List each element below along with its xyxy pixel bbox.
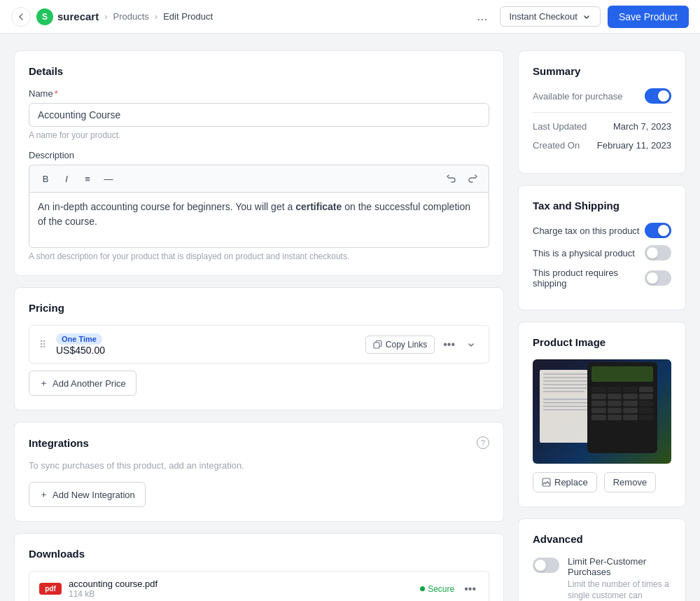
page-content: Details Name* A name for your product. D… [0,34,700,601]
pricing-card: Pricing ⠿ One Time US$450.00 Copy Links … [14,287,504,410]
name-field-group: Name* A name for your product. [29,88,489,140]
breadcrumb-products[interactable]: Products [113,11,149,22]
breadcrumb-sep-1: › [104,11,107,22]
replace-image-button[interactable]: Replace [533,472,597,492]
advanced-card: Advanced Limit Per-Customer Purchases Li… [518,518,686,602]
details-title: Details [29,65,489,77]
editor-toolbar: B I ≡ — [29,165,489,192]
price-type-badge: One Time [56,333,102,345]
physical-product-row: This is a physical product [533,245,671,261]
integrations-title: Integrations [29,437,89,449]
toolbar-right [442,170,482,188]
side-column: Summary Available for purchase Last Upda… [518,50,686,601]
downloads-title: Downloads [29,548,489,560]
integrations-empty-text: To sync purchases of this product, add a… [29,460,489,471]
available-label: Available for purchase [533,91,622,102]
pricing-title: Pricing [29,302,489,314]
file-name: accounting course.pdf [69,579,158,589]
available-purchase-row: Available for purchase [533,88,671,104]
add-price-button[interactable]: ＋ Add Another Price [29,371,136,396]
integrations-header: Integrations ? [29,436,489,449]
requires-shipping-toggle[interactable] [645,270,671,286]
secure-badge: Secure [420,584,454,594]
redo-button[interactable] [463,170,482,188]
save-product-button[interactable]: Save Product [608,6,689,28]
download-more-options-button[interactable]: ••• [461,580,479,598]
tax-shipping-card: Tax and Shipping Charge tax on this prod… [518,185,686,310]
charge-tax-row: Charge tax on this product [533,223,671,238]
price-more-options-button[interactable]: ••• [440,336,458,354]
last-updated-row: Last Updated March 7, 2023 [533,121,671,132]
breadcrumb-sep-2: › [155,11,158,22]
description-hint: A short description for your product tha… [29,251,489,261]
available-toggle[interactable] [645,88,671,104]
bold-button[interactable]: B [36,170,55,188]
logo-icon: S [36,8,53,25]
advanced-title: Advanced [533,533,671,545]
physical-product-toggle[interactable] [645,245,671,261]
price-info: One Time US$450.00 [56,333,105,356]
dash-button[interactable]: — [99,170,118,188]
charge-tax-label: Charge tax on this product [533,226,639,236]
svg-rect-0 [374,343,379,348]
integrations-card: Integrations ? To sync purchases of this… [14,422,504,522]
calculator-decoration [587,362,657,453]
top-navigation: S surecart › Products › Edit Product ...… [0,0,700,34]
product-name-input[interactable] [29,103,489,127]
list-button[interactable]: ≡ [78,170,97,188]
breadcrumb-edit-product: Edit Product [163,11,213,22]
last-updated-label: Last Updated [533,121,587,132]
remove-image-button[interactable]: Remove [604,472,656,492]
created-on-row: Created On February 11, 2023 [533,140,671,151]
last-updated-value: March 7, 2023 [613,121,671,132]
download-row: pdf accounting course.pdf 114 kB Secure … [29,571,489,601]
description-editor[interactable]: An in-depth accounting course for beginn… [29,192,489,248]
nav-left: S surecart › Products › Edit Product [11,7,213,27]
tax-shipping-title: Tax and Shipping [533,200,671,212]
name-label: Name* [29,88,489,99]
drag-handle-icon[interactable]: ⠿ [39,339,46,350]
nav-right: ... Instant Checkout Save Product [471,6,689,28]
product-image [533,359,671,464]
price-expand-button[interactable] [463,337,479,352]
details-card: Details Name* A name for your product. D… [14,50,504,276]
downloads-card: Downloads pdf accounting course.pdf 114 … [14,533,504,601]
more-options-button[interactable]: ... [471,6,493,27]
summary-divider-1 [533,112,671,113]
image-actions: Replace Remove [533,472,671,492]
physical-product-label: This is a physical product [533,248,635,258]
price-amount: US$450.00 [56,345,105,356]
product-image-container [533,359,671,464]
file-type-badge: pdf [39,583,62,595]
logo: S surecart [36,8,99,25]
requires-shipping-row: This product requires shipping [533,268,671,289]
charge-tax-toggle[interactable] [645,223,671,238]
price-row: ⠿ One Time US$450.00 Copy Links ••• [29,325,489,364]
file-info: accounting course.pdf 114 kB [69,579,158,599]
summary-title: Summary [533,65,671,77]
secure-dot-icon [420,586,425,591]
limit-purchases-row: Limit Per-Customer Purchases Limit the n… [533,556,671,602]
created-on-value: February 11, 2023 [597,140,671,151]
italic-button[interactable]: I [57,170,76,188]
description-label: Description [29,150,489,160]
product-image-title: Product Image [533,336,671,348]
add-integration-button[interactable]: ＋ Add New Integration [29,482,146,507]
name-hint: A name for your product. [29,130,489,140]
limit-purchases-toggle[interactable] [533,558,559,573]
limit-purchases-text: Limit Per-Customer Purchases Limit the n… [568,556,671,602]
summary-card: Summary Available for purchase Last Upda… [518,50,686,174]
description-field-group: Description B I ≡ — [29,150,489,261]
integrations-info-icon[interactable]: ? [477,436,489,449]
product-image-card: Product Image [518,322,686,507]
main-column: Details Name* A name for your product. D… [14,50,504,601]
copy-links-button[interactable]: Copy Links [365,336,435,354]
back-button[interactable] [11,7,31,27]
requires-shipping-label: This product requires shipping [533,268,645,289]
file-size: 114 kB [69,589,158,599]
instant-checkout-button[interactable]: Instant Checkout [500,6,601,27]
price-row-actions: Copy Links ••• [365,336,479,354]
undo-button[interactable] [442,170,461,188]
created-on-label: Created On [533,140,580,151]
